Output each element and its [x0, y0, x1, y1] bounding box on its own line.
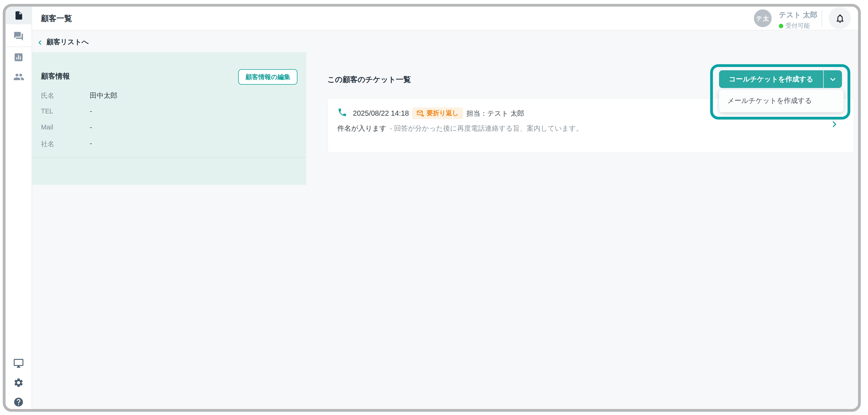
field-value: -	[90, 124, 92, 131]
ticket-subject-note: - 回答が分かった後に再度電話連絡する旨、案内しています。	[390, 125, 583, 132]
status-dot	[779, 24, 783, 28]
gear-icon	[13, 377, 24, 388]
topbar: 顧客一覧 テ太 テスト 太郎 受付可能	[32, 7, 858, 30]
sidebar-item-reports[interactable]	[6, 48, 32, 66]
app-window: 顧客一覧 テ太 テスト 太郎 受付可能	[0, 0, 868, 415]
field-label: TEL	[41, 107, 53, 115]
user-name: テスト 太郎	[779, 10, 817, 20]
sidebar	[6, 7, 32, 409]
main-content: 顧客リストへ 顧客情報 顧客情報の編集 氏名 田中太郎 TEL - Mail -	[32, 30, 858, 409]
sidebar-item-help[interactable]	[6, 393, 32, 411]
sidebar-item-settings[interactable]	[6, 374, 32, 391]
callback-badge: 要折り返し	[412, 107, 463, 119]
people-icon	[13, 71, 24, 82]
status-label: 受付可能	[785, 22, 810, 30]
field-value: 田中太郎	[90, 91, 118, 101]
topbar-divider	[822, 10, 822, 27]
chevron-down-icon	[829, 75, 837, 83]
panel-divider	[32, 157, 306, 158]
breadcrumb-label: 顧客リストへ	[46, 38, 89, 47]
mail-forward-icon	[416, 109, 424, 117]
customer-field-row: 社名 -	[32, 140, 306, 148]
document-icon	[13, 10, 24, 20]
customer-info-panel: 顧客情報 顧客情報の編集 氏名 田中太郎 TEL - Mail - 社名 -	[32, 52, 306, 185]
create-call-ticket-button[interactable]: コールチケットを作成する	[719, 70, 824, 88]
notifications-button[interactable]	[829, 7, 851, 29]
field-label: Mail	[41, 124, 53, 131]
field-value: -	[90, 140, 92, 147]
sidebar-item-monitor[interactable]	[6, 354, 32, 372]
customer-field-row: 氏名 田中太郎	[32, 91, 306, 100]
sidebar-item-chat[interactable]	[6, 27, 32, 45]
callback-badge-label: 要折り返し	[427, 109, 459, 117]
ticket-subject-main: 件名が入ります	[337, 125, 386, 132]
create-mail-ticket-menu-item[interactable]: メールチケットを作成する	[727, 96, 812, 106]
field-label: 氏名	[41, 91, 54, 101]
user-status: 受付可能	[779, 22, 817, 30]
breadcrumb-back-link[interactable]: 顧客リストへ	[36, 38, 89, 47]
create-ticket-dropdown-toggle[interactable]	[824, 70, 842, 88]
avatar: テ太	[754, 9, 772, 27]
sidebar-item-customers[interactable]	[6, 68, 32, 86]
user-meta: テスト 太郎 受付可能	[779, 10, 817, 30]
bell-icon	[834, 13, 845, 24]
customer-field-row: TEL -	[32, 107, 306, 116]
bar-chart-icon	[13, 52, 24, 62]
customer-field-row: Mail -	[32, 124, 306, 132]
field-value: -	[90, 107, 92, 115]
ticket-datetime: 2025/08/22 14:18	[353, 109, 409, 117]
sidebar-divider	[6, 46, 32, 47]
ticket-list-title: この顧客のチケット一覧	[327, 75, 411, 84]
chevron-right-icon	[830, 119, 839, 129]
phone-icon	[337, 107, 347, 117]
ticket-subject: 件名が入ります- 回答が分かった後に再度電話連絡する旨、案内しています。	[337, 124, 583, 134]
chevron-left-icon	[36, 39, 43, 45]
field-label: 社名	[41, 140, 54, 149]
ticket-assignee: 担当：テスト 太郎	[466, 109, 524, 118]
app-frame: 顧客一覧 テ太 テスト 太郎 受付可能	[3, 4, 861, 412]
edit-customer-button[interactable]: 顧客情報の編集	[238, 69, 298, 85]
sidebar-item-documents[interactable]	[6, 7, 32, 24]
monitor-icon	[13, 358, 24, 368]
create-ticket-dropdown-menu: メールチケットを作成する	[719, 90, 843, 112]
create-call-ticket-split-button: コールチケットを作成する	[719, 70, 842, 88]
customer-info-title: 顧客情報	[41, 71, 70, 81]
page-title: 顧客一覧	[41, 7, 72, 30]
help-icon	[13, 396, 24, 407]
chat-icon	[13, 31, 24, 41]
